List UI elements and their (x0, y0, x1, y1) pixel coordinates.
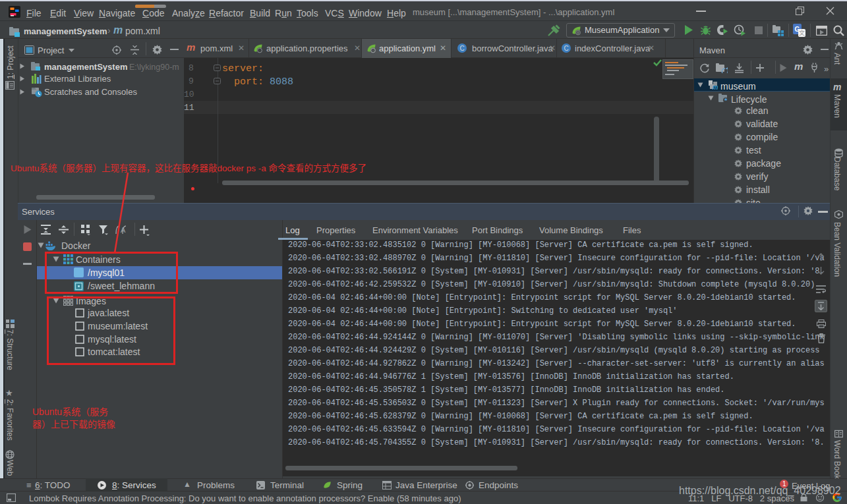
svg-text:m: m (713, 84, 718, 90)
svg-text:C: C (564, 45, 568, 52)
svg-text:C: C (459, 45, 464, 52)
svg-text:文: 文 (799, 29, 805, 36)
